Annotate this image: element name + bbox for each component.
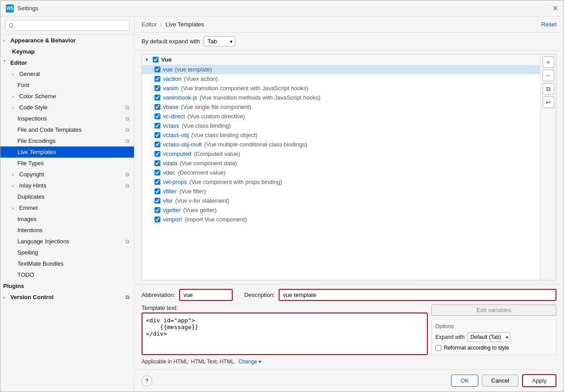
sidebar-item-inlay-hints[interactable]: › Inlay Hints ⧉ [0,180,134,191]
template-row-vue[interactable]: vue (vue template) [142,65,540,74]
template-row-vanimhook-js[interactable]: vanimhook-js (Vue transition methods wit… [142,93,540,102]
template-row-vanim[interactable]: vanim (Vue transition component with Jav… [142,83,540,93]
template-row-vclass-obj-mult[interactable]: vclass-obj-mult (Vue multiple conditiona… [142,140,540,149]
template-checkbox-vel-props[interactable] [155,179,160,185]
template-checkbox-vclass-obj[interactable] [155,132,160,138]
sidebar-item-version-control[interactable]: › Version Control ⧉ [0,292,134,303]
template-row-vcomputed[interactable]: vcomputed (Computed value) [142,149,540,158]
sidebar-item-code-style[interactable]: › Code Style ⧉ [0,102,134,113]
cancel-button[interactable]: Cancel [482,375,518,387]
duplicate-button[interactable]: ⧉ [543,83,554,95]
sidebar-item-live-templates[interactable]: Live Templates [0,146,134,158]
template-checkbox-vdec[interactable] [155,170,160,175]
applicable-row: Applicable in HTML: HTML Text; HTML. Cha… [142,359,556,365]
sidebar-item-spelling[interactable]: Spelling [0,247,134,258]
template-checkbox-vanim[interactable] [155,85,160,91]
expand-with-options-label: Expand with [435,334,464,340]
change-link[interactable]: Change ▾ [238,359,261,365]
main-content: › Appearance & Behavior Keymap ˅ Editor … [0,17,564,392]
template-row-vfilter[interactable]: vfilter (Vue filter) [142,187,540,196]
undo-button[interactable]: ↩ [543,96,554,108]
title-bar: WS Settings ✕ [0,0,564,17]
template-checkbox-vimport[interactable] [155,217,160,222]
sidebar-item-plugins[interactable]: Plugins [0,280,134,292]
sidebar-nav: › Appearance & Behavior Keymap ˅ Editor … [0,35,134,392]
template-row-vclass[interactable]: vclass (Vue class binding) [142,121,540,130]
sidebar-item-color-scheme[interactable]: › Color Scheme [0,91,134,102]
remove-button[interactable]: − [543,70,554,81]
template-row-vdata[interactable]: vdata (Vue component data) [142,158,540,168]
sidebar-item-todo[interactable]: TODO [0,269,134,280]
template-checkbox-vaction[interactable] [155,76,160,82]
description-input[interactable] [279,289,556,301]
add-button[interactable]: + [543,56,554,68]
template-checkbox-vclass[interactable] [155,123,160,129]
template-row-vimport[interactable]: vimport (Import Vue component) [142,215,540,224]
sidebar-item-emmet[interactable]: › Emmet [0,202,134,213]
list-action-buttons: + − ⧉ ↩ [540,54,556,280]
template-list: ▾ Vue vue (vue template) vaction [142,54,540,280]
template-row-vgetter[interactable]: vgetter (Vuex getter) [142,205,540,215]
group-checkbox-vue[interactable] [153,57,159,63]
search-input[interactable] [5,20,130,31]
template-checkbox-vcomputed[interactable] [155,151,160,157]
breadcrumb-arrow: › [160,21,162,28]
template-row-vdec[interactable]: vdec (Decrement value) [142,168,540,177]
sidebar-item-images[interactable]: Images [0,213,134,225]
detail-section: Abbreviation: Description: Template text… [134,284,564,369]
sidebar-item-textmate-bundles[interactable]: TextMate Bundles [0,258,134,269]
abbreviation-input[interactable] [179,289,233,301]
template-checkbox-vfilter[interactable] [155,188,160,194]
template-row-vclass-obj[interactable]: vclass-obj (Vue class binding object) [142,130,540,140]
template-row-vfor[interactable]: vfor (Vue v-for statement) [142,196,540,205]
dialog-footer: ? OK Cancel Apply [134,369,564,392]
apply-button[interactable]: Apply [522,374,556,387]
expand-with-select[interactable]: Default (Tab) Tab Space Enter [467,332,510,342]
sidebar-item-copyright[interactable]: › Copyright ⧉ [0,169,134,180]
template-row-vaction[interactable]: vaction (Vuex action) [142,74,540,83]
reset-button[interactable]: Reset [541,21,556,28]
template-row-vbase[interactable]: vbase (Vue single file component) [142,102,540,112]
sidebar-item-font[interactable]: Font [0,79,134,91]
template-checkbox-vanimhook-js[interactable] [155,95,160,100]
template-checkbox-vclass-obj-mult[interactable] [155,142,160,147]
sidebar-item-file-types[interactable]: File Types [0,158,134,169]
sidebar-item-duplicates[interactable]: Duplicates [0,191,134,202]
sidebar-item-appearance[interactable]: › Appearance & Behavior [0,35,134,46]
template-row-vel-props[interactable]: vel-props (Vue component with props bind… [142,177,540,187]
template-checkbox-vc-direct[interactable] [155,113,160,119]
template-row-vc-direct[interactable]: vc-direct (Vue custom directive) [142,112,540,121]
sidebar-item-editor[interactable]: ˅ Editor [0,57,134,68]
sidebar-item-inspections[interactable]: Inspections ⧉ [0,113,134,124]
sidebar-item-general[interactable]: › General [0,68,134,79]
template-checkbox-vue[interactable] [155,67,160,72]
close-button[interactable]: ✕ [552,4,558,13]
reformat-checkbox[interactable] [435,345,441,351]
breadcrumb: Editor › Live Templates [142,21,204,28]
template-group-vue[interactable]: ▾ Vue [142,54,540,65]
side-actions: Edit variables Options Expand with Defau… [431,304,556,355]
abbreviation-label: Abbreviation: [142,292,175,298]
template-checkbox-vfor[interactable] [155,198,160,204]
expand-select[interactable]: Tab Space Enter [204,36,235,46]
chevron-right-icon: › [12,205,17,211]
sidebar-item-file-code-templates[interactable]: File and Code Templates ⧉ [0,124,134,135]
sidebar-item-file-encodings[interactable]: File Encodings ⧉ [0,135,134,146]
template-checkbox-vgetter[interactable] [155,207,160,213]
panel-header: Editor › Live Templates Reset [134,17,564,33]
template-checkbox-vdata[interactable] [155,160,160,166]
chevron-right-icon: › [12,172,17,177]
sidebar-item-language-injections[interactable]: Language Injections ⧉ [0,236,134,247]
sidebar-item-keymap[interactable]: Keymap [0,46,134,57]
description-label: Description: [244,292,275,298]
chevron-right-icon: › [3,38,8,43]
sidebar-item-intentions[interactable]: Intentions [0,225,134,236]
panel-toolbar: By default expand with Tab Space Enter [134,33,564,50]
ok-button[interactable]: OK [451,375,478,387]
sidebar: › Appearance & Behavior Keymap ˅ Editor … [0,17,134,392]
help-button[interactable]: ? [142,375,152,386]
footer-left: ? [142,375,152,386]
template-text-input[interactable]: <div id="app"> {{message}} </div> [142,313,428,355]
edit-variables-button[interactable]: Edit variables [431,304,556,316]
template-checkbox-vbase[interactable] [155,104,160,110]
